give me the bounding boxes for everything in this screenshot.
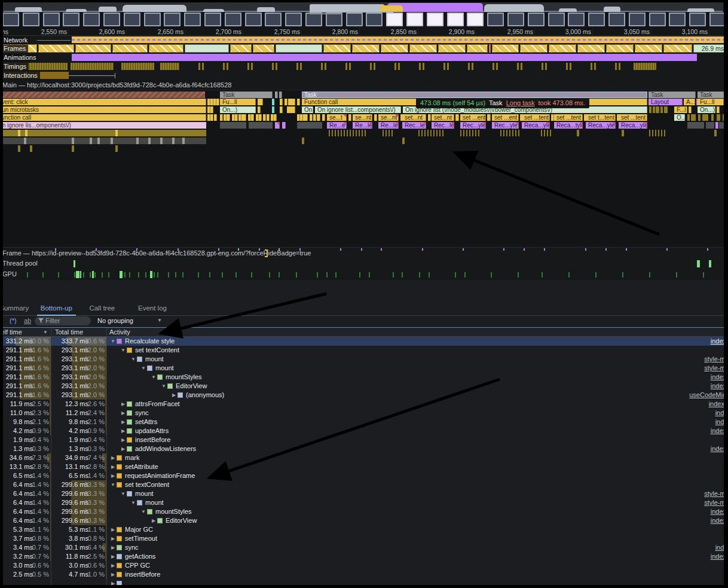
flame-bar[interactable]: Reca...yle bbox=[586, 122, 616, 129]
disclosure-triangle[interactable]: ▶ bbox=[120, 444, 127, 453]
disclosure-triangle[interactable]: ▶ bbox=[120, 418, 127, 426]
filmstrip-thumbnail[interactable] bbox=[265, 13, 282, 26]
table-row[interactable]: 1.3 ms0.3 %1.3 ms0.3 %▶addWindowListener… bbox=[0, 444, 728, 453]
table-row[interactable]: 291.1 ms61.6 %293.1 ms62.0 %▼set textCon… bbox=[0, 346, 728, 355]
table-row[interactable]: 5.3 ms1.1 %5.3 ms1.1 %▶Major GC bbox=[0, 525, 728, 534]
filmstrip-thumbnail[interactable] bbox=[124, 13, 140, 26]
table-row[interactable]: 9.8 ms2.1 %9.8 ms2.1 %▶setAttrsindex. bbox=[0, 418, 728, 426]
flame-tick[interactable] bbox=[460, 130, 479, 136]
filmstrip-thumbnail[interactable] bbox=[467, 13, 484, 26]
disclosure-triangle[interactable]: ▶ bbox=[109, 552, 117, 561]
flame-bar[interactable]: Task bbox=[302, 92, 647, 98]
table-row[interactable]: 291.1 ms61.6 %293.1 ms62.0 %▼mountstyle-… bbox=[0, 364, 728, 373]
filmstrip-thumbnail[interactable] bbox=[406, 13, 423, 26]
flame-bar[interactable]: se...nt bbox=[353, 114, 372, 121]
network-track[interactable]: Network bbox=[0, 36, 728, 44]
disclosure-triangle[interactable]: ▼ bbox=[109, 337, 117, 346]
filmstrip-thumbnail[interactable] bbox=[629, 13, 646, 26]
flame-tick[interactable] bbox=[297, 122, 322, 129]
frame-segment[interactable] bbox=[635, 44, 662, 53]
table-row[interactable]: 6.4 ms1.4 %299.6 ms63.3 %▼set textConten… bbox=[0, 480, 728, 489]
table-row[interactable]: 291.1 ms61.6 %293.1 ms62.0 %▼EditorViewi… bbox=[0, 382, 728, 391]
grouping-select[interactable]: No grouping bbox=[97, 317, 133, 324]
disclosure-triangle[interactable]: ▶ bbox=[109, 534, 117, 543]
flame-tick[interactable] bbox=[649, 130, 667, 136]
table-row[interactable]: 291.1 ms61.6 %293.1 ms62.0 %▶(anonymous)… bbox=[0, 391, 728, 400]
flame-bar[interactable]: Task bbox=[649, 92, 696, 98]
disclosure-triangle[interactable]: ▼ bbox=[140, 507, 147, 516]
filmstrip-thumbnail[interactable] bbox=[366, 13, 383, 26]
flame-bar[interactable]: Run microtasks bbox=[0, 106, 206, 113]
flame-bar[interactable]: set ...tent bbox=[619, 114, 647, 121]
filmstrip-thumbnail[interactable] bbox=[588, 13, 605, 26]
frame-segment[interactable] bbox=[606, 44, 634, 53]
table-row[interactable]: 2.5 ms0.5 %4.7 ms1.0 %▶insertBefore bbox=[0, 570, 728, 579]
flame-bar[interactable]: set t...tent bbox=[586, 114, 616, 121]
frame-segment[interactable] bbox=[409, 44, 437, 53]
table-row[interactable]: 34.6 ms7.3 %34.9 ms7.4 %▶mark bbox=[0, 453, 728, 462]
flame-bar[interactable]: Reca...yle bbox=[522, 122, 550, 129]
tab-event-log[interactable]: Event log bbox=[134, 302, 170, 315]
table-row[interactable]: 3.4 ms0.7 %30.1 ms6.4 %▶syncindex. bbox=[0, 543, 728, 552]
tab-summary[interactable]: Summary bbox=[0, 302, 32, 315]
frame-segment[interactable] bbox=[230, 44, 252, 53]
filmstrip-thumbnail[interactable] bbox=[427, 13, 443, 26]
disclosure-triangle[interactable]: ▼ bbox=[120, 346, 127, 355]
table-row[interactable]: 3.2 ms0.7 %11.8 ms2.5 %▶getActionsindex.… bbox=[0, 552, 728, 561]
filmstrip-thumbnail[interactable] bbox=[669, 13, 686, 26]
filmstrip-thumbnail[interactable] bbox=[487, 13, 504, 26]
main-thread-header[interactable]: Main — http://localhost:3000/projects/bd… bbox=[0, 81, 728, 90]
disclosure-triangle[interactable]: ▶ bbox=[120, 435, 127, 444]
flame-tick[interactable] bbox=[220, 122, 246, 129]
frame-segment[interactable] bbox=[520, 44, 547, 53]
table-row[interactable]: 6.4 ms1.4 %299.6 ms63.3 %▼mountStylesind… bbox=[0, 507, 728, 516]
frame-segment[interactable] bbox=[38, 44, 74, 53]
filmstrip-thumbnail[interactable] bbox=[548, 13, 565, 26]
flame-tick[interactable] bbox=[418, 130, 445, 136]
filmstrip-thumbnail[interactable] bbox=[568, 13, 585, 26]
disclosure-triangle[interactable]: ▶ bbox=[120, 409, 127, 418]
tab-bottom-up[interactable]: Bottom-up bbox=[37, 302, 76, 316]
frame-segment[interactable] bbox=[352, 44, 380, 53]
disclosure-triangle[interactable]: ▶ bbox=[150, 516, 157, 525]
disclosure-triangle[interactable]: ▼ bbox=[160, 382, 167, 391]
interactions-track[interactable]: Interactions bbox=[0, 71, 728, 80]
flame-bar[interactable]: Fu...ll bbox=[698, 99, 724, 105]
disclosure-triangle[interactable]: ▼ bbox=[140, 364, 147, 373]
time-ruler[interactable]: ms2,550 ms2,600 ms2,650 ms2,700 ms2,750 … bbox=[0, 27, 728, 36]
match-whole-word-icon[interactable]: ab bbox=[24, 317, 31, 324]
flame-tick[interactable] bbox=[0, 92, 205, 98]
flame-bar[interactable]: set...nt bbox=[402, 114, 426, 121]
table-row[interactable]: 331.2 ms70.0 %333.7 ms70.6 %▼Recalculate… bbox=[0, 337, 728, 346]
filmstrip-thumbnail[interactable] bbox=[63, 13, 79, 26]
frame-segment[interactable] bbox=[323, 44, 351, 53]
filmstrip-thumbnail[interactable] bbox=[204, 13, 221, 26]
disclosure-triangle[interactable]: ▶ bbox=[170, 391, 178, 400]
disclosure-triangle[interactable]: ▼ bbox=[120, 489, 127, 498]
flame-bar[interactable]: F...l bbox=[674, 106, 687, 113]
disclosure-triangle[interactable]: ▼ bbox=[150, 373, 157, 382]
filmstrip-thumbnail[interactable] bbox=[23, 13, 39, 26]
filmstrip-thumbnail[interactable] bbox=[184, 13, 201, 26]
animation-bar[interactable] bbox=[72, 54, 697, 61]
filmstrip-thumbnail[interactable] bbox=[447, 13, 464, 26]
flame-bar[interactable]: Task bbox=[698, 92, 726, 98]
filmstrip-thumbnail[interactable] bbox=[164, 13, 181, 26]
frame-segment[interactable] bbox=[381, 44, 408, 53]
frame-segment[interactable] bbox=[492, 44, 519, 53]
flame-bar[interactable]: Task bbox=[220, 92, 273, 98]
regex-icon[interactable]: (*) bbox=[10, 317, 17, 324]
filmstrip-thumbnail[interactable] bbox=[144, 13, 161, 26]
tab-call-tree[interactable]: Call tree bbox=[85, 302, 118, 315]
disclosure-triangle[interactable]: ▶ bbox=[120, 400, 127, 409]
frame-segment[interactable] bbox=[112, 44, 148, 53]
frame-segment[interactable] bbox=[438, 44, 466, 53]
col-self-time[interactable]: Self time bbox=[0, 328, 22, 336]
disclosure-triangle[interactable]: ▶ bbox=[109, 462, 117, 471]
gpu-track[interactable]: GPU bbox=[0, 269, 728, 281]
table-row[interactable]: 3.7 ms0.8 %3.8 ms0.8 %▶setTimeout bbox=[0, 534, 728, 543]
filmstrip-thumbnail[interactable] bbox=[689, 13, 706, 26]
flame-bar[interactable]: set ...tent bbox=[522, 114, 550, 121]
flame-bar[interactable]: Layout bbox=[649, 99, 683, 105]
table-row[interactable]: 291.1 ms61.6 %293.1 ms62.0 %▼mountstyle-… bbox=[0, 355, 728, 364]
